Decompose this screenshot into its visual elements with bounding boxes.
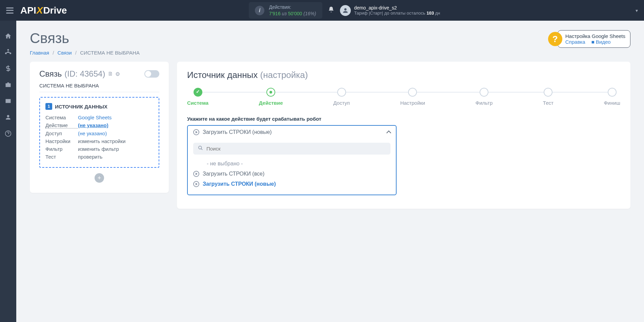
kv-value[interactable]: (не указано) (78, 130, 107, 136)
play-icon (193, 181, 199, 187)
nav-connections-icon[interactable] (4, 48, 12, 56)
step-label: Финиш (604, 100, 620, 106)
logo-drive: Drive (43, 5, 67, 16)
kv-key: Доступ (45, 130, 78, 136)
right-title: Источник данных (187, 70, 258, 80)
kv-value[interactable]: (не указано) (78, 122, 108, 128)
kv-key: Настройки (45, 138, 78, 144)
user-menu[interactable]: demo_apix-drive_s2 Тариф |Старт| до опла… (340, 5, 440, 16)
breadcrumb: Главная / Связи / СИСТЕМА НЕ ВЫБРАНА (30, 50, 140, 56)
kv-value: проверить (78, 154, 102, 160)
step[interactable]: Настройки (400, 88, 425, 106)
avatar-icon (340, 5, 351, 16)
conn-id: (ID: 43654) (64, 69, 105, 79)
add-step-button[interactable]: + (95, 173, 104, 183)
step-label: Фильтр (476, 100, 492, 106)
username: demo_apix-drive_s2 (354, 5, 440, 11)
instruction: Укажите на какое действие будет срабатыв… (187, 116, 620, 122)
right-subtitle: (настройка) (260, 70, 308, 80)
topbar-expand-icon[interactable]: ▾ (622, 8, 638, 13)
step[interactable]: Доступ (333, 88, 350, 106)
help-title: Настройка Google Sheets (565, 33, 625, 39)
topbar: API X Drive i Действия: 7'916 из 50'000 … (0, 0, 644, 21)
kv-value: изменить настройки (78, 138, 125, 144)
kv-key: Действие (45, 122, 78, 128)
dropdown-option[interactable]: Загрузить СТРОКИ (все) (193, 169, 390, 179)
step-label: Действие (259, 100, 283, 106)
dropdown-option[interactable]: - не выбрано - (193, 159, 390, 169)
info-icon: i (255, 6, 264, 15)
dropdown-selected[interactable]: Загрузить СТРОКИ (новые) (188, 126, 396, 139)
kv-row: СистемаGoogle Sheets (45, 115, 153, 120)
svg-point-1 (199, 146, 202, 149)
kv-value[interactable]: Google Sheets (78, 115, 112, 120)
source-box: 1 ИСТОЧНИК ДАННЫХ СистемаGoogle SheetsДе… (39, 97, 159, 168)
logo[interactable]: API X Drive (20, 5, 67, 16)
step[interactable]: Финиш (604, 88, 620, 106)
conn-label: Связь (39, 69, 62, 79)
nav-help-icon[interactable] (4, 130, 12, 137)
connection-card: Связь (ID: 43654) 🗎 ⚙ СИСТЕМА НЕ ВЫБРАНА… (30, 62, 169, 193)
actions-limit: 50'000 (288, 11, 302, 16)
step[interactable]: Фильтр (476, 88, 492, 106)
help-video-link[interactable]: ■Видео (591, 39, 611, 45)
chevron-up-icon (386, 130, 391, 135)
kv-row: Действие(не указано) (45, 122, 153, 128)
step-dot (480, 88, 488, 97)
step[interactable]: Система (187, 88, 208, 106)
actions-pct: (16%) (303, 11, 316, 16)
step[interactable]: Действие (259, 88, 283, 106)
enable-toggle[interactable] (144, 70, 159, 78)
help-ref-link[interactable]: Справка (565, 39, 585, 45)
actions-usage-pill[interactable]: i Действия: 7'916 из 50'000 (16%) (249, 2, 322, 18)
breadcrumb-links[interactable]: Связи (58, 50, 72, 56)
kv-row: Доступ(не указано) (45, 130, 153, 136)
step-label: Тест (543, 100, 554, 106)
step-dot (194, 88, 202, 97)
step-label: Доступ (333, 100, 350, 106)
kv-key: Система (45, 115, 78, 120)
kv-value: изменить фильтр (78, 146, 119, 152)
step-dot (337, 88, 346, 97)
nav-briefcase-icon[interactable] (4, 81, 12, 88)
page-title: Связь (30, 30, 140, 46)
copy-icon[interactable]: 🗎 (108, 71, 113, 77)
bell-icon[interactable] (328, 6, 335, 15)
kv-row: Тестпроверить (45, 154, 153, 160)
actions-label: Действия: (269, 4, 316, 10)
play-icon (193, 129, 199, 135)
step-dot (544, 88, 552, 97)
sidenav (0, 21, 16, 322)
actions-sep: из (282, 11, 287, 16)
play-icon (193, 171, 199, 177)
nav-home-icon[interactable] (4, 32, 12, 40)
dropdown-search[interactable] (193, 143, 390, 155)
source-title: ИСТОЧНИК ДАННЫХ (55, 104, 107, 109)
action-dropdown[interactable]: Загрузить СТРОКИ (новые) - не выбрано -З… (187, 125, 397, 195)
step-label: Настройки (400, 100, 425, 106)
search-icon (198, 145, 203, 152)
tariff-line: Тариф |Старт| до оплаты осталось 103 дн (354, 11, 440, 16)
kv-row: Фильтризменить фильтр (45, 146, 153, 152)
actions-used: 7'916 (269, 11, 281, 16)
search-input[interactable] (206, 146, 386, 152)
nav-video-icon[interactable] (4, 97, 12, 105)
help-badge-icon[interactable]: ? (548, 32, 562, 46)
step[interactable]: Тест (543, 88, 554, 106)
dropdown-option[interactable]: Загрузить СТРОКИ (новые) (193, 179, 390, 189)
step-dot (408, 88, 417, 97)
badge-one: 1 (45, 103, 52, 110)
kv-key: Фильтр (45, 146, 78, 152)
system-not-selected: СИСТЕМА НЕ ВЫБРАНА (39, 83, 159, 92)
nav-account-icon[interactable] (4, 114, 12, 121)
nav-billing-icon[interactable] (4, 65, 12, 72)
step-label: Система (187, 100, 208, 106)
stepper: СистемаДействиеДоступНастройкиФильтрТест… (187, 88, 620, 106)
hamburger-menu[interactable] (6, 7, 14, 14)
breadcrumb-home[interactable]: Главная (30, 50, 49, 56)
logo-api: API (20, 5, 36, 16)
kv-key: Тест (45, 154, 78, 160)
video-icon: ■ (591, 39, 595, 45)
gear-icon[interactable]: ⚙ (115, 71, 120, 77)
kv-row: Настройкиизменить настройки (45, 138, 153, 144)
